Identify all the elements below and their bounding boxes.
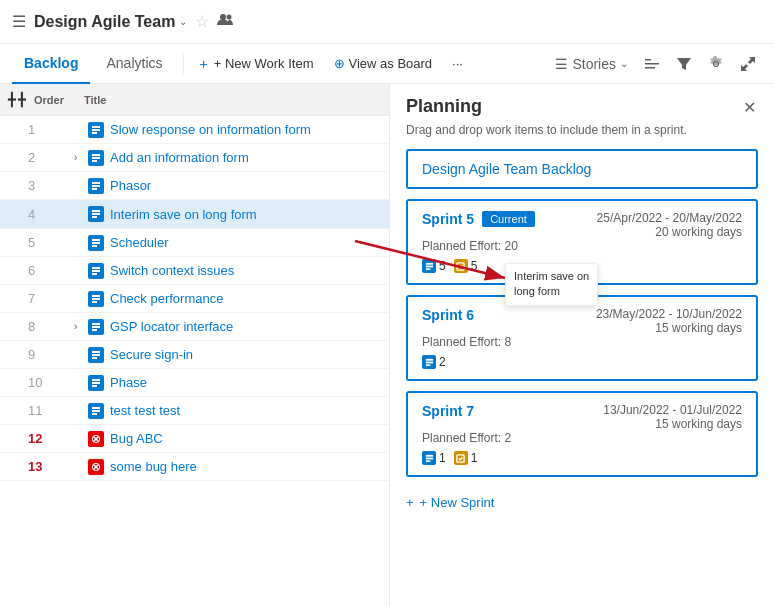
- planning-subtitle: Drag and drop work items to include them…: [406, 123, 758, 137]
- row-number: 3: [24, 178, 74, 193]
- expand-icon: [740, 56, 756, 72]
- new-work-item-button[interactable]: + + New Work Item: [192, 52, 322, 76]
- row-expand-icon[interactable]: ›: [74, 152, 86, 163]
- favorite-icon[interactable]: ☆: [195, 12, 209, 31]
- sprint-cards-container: Sprint 5 Current 25/Apr/2022 - 20/May/20…: [406, 199, 758, 477]
- svg-rect-21: [92, 270, 100, 272]
- row-title[interactable]: Phase: [110, 375, 381, 390]
- row-title[interactable]: Secure sign-in: [110, 347, 381, 362]
- svg-rect-19: [92, 245, 97, 247]
- tab-analytics[interactable]: Analytics: [94, 44, 174, 84]
- filter-icon: [676, 56, 692, 72]
- story-icon: [88, 263, 104, 279]
- story-icon: [88, 178, 104, 194]
- svg-rect-23: [92, 295, 100, 297]
- svg-rect-31: [92, 357, 97, 359]
- sprint-name[interactable]: Sprint 6: [422, 307, 474, 323]
- table-row: + 2 › Add an information form: [0, 144, 389, 172]
- sprint-dates: 23/May/2022 - 10/Jun/2022: [596, 307, 742, 321]
- remove-col-icon[interactable]: ╋: [18, 92, 26, 107]
- sprint-card-header: Sprint 6 23/May/2022 - 10/Jun/2022 15 wo…: [422, 307, 742, 335]
- board-icon: ⊕: [334, 56, 345, 71]
- task-icon: [454, 259, 468, 273]
- table-row: + 10 Phase: [0, 369, 389, 397]
- stories-dropdown[interactable]: ☰ Stories ⌄: [549, 52, 634, 76]
- story-icon: [422, 451, 436, 465]
- sprint-card-sprint7[interactable]: Sprint 7 13/Jun/2022 - 01/Jul/2022 15 wo…: [406, 391, 758, 477]
- row-expand-icon[interactable]: ›: [74, 321, 86, 332]
- team-members-icon[interactable]: [217, 12, 233, 32]
- row-number: 13: [24, 459, 74, 474]
- filter-button[interactable]: [670, 52, 698, 76]
- row-title[interactable]: some bug here: [110, 459, 381, 474]
- sprint-card-header: Sprint 7 13/Jun/2022 - 01/Jul/2022 15 wo…: [422, 403, 742, 431]
- row-title[interactable]: Phasor: [110, 178, 381, 193]
- row-title[interactable]: Check performance: [110, 291, 381, 306]
- main-content: ╋ ╋ Order Title + 1 Slow response on inf…: [0, 84, 774, 606]
- view-as-board-button[interactable]: ⊕ View as Board: [326, 52, 441, 75]
- sprint-name-area: Sprint 5 Current: [422, 211, 535, 227]
- backlog-planning-card[interactable]: Design Agile Team Backlog: [406, 149, 758, 189]
- svg-rect-9: [92, 157, 100, 159]
- svg-rect-6: [92, 129, 100, 131]
- row-number: 11: [24, 403, 74, 418]
- new-sprint-button[interactable]: + + New Sprint: [406, 487, 758, 518]
- svg-rect-10: [92, 160, 97, 162]
- sprint-dates: 13/Jun/2022 - 01/Jul/2022: [603, 403, 742, 417]
- sprint-card-sprint5[interactable]: Sprint 5 Current 25/Apr/2022 - 20/May/20…: [406, 199, 758, 285]
- row-title[interactable]: Switch context issues: [110, 263, 381, 278]
- sprint-name-area: Sprint 6: [422, 307, 474, 323]
- svg-rect-25: [92, 301, 97, 303]
- add-col-icon[interactable]: ╋: [8, 92, 16, 107]
- sprint-effort: Planned Effort: 2: [422, 431, 742, 445]
- svg-rect-51: [425, 460, 430, 462]
- row-number: 6: [24, 263, 74, 278]
- svg-rect-46: [425, 358, 432, 360]
- plus-icon: +: [200, 56, 208, 72]
- story-icon: [88, 235, 104, 251]
- planning-header: Planning ✕: [406, 96, 758, 119]
- group-by-button[interactable]: [638, 52, 666, 76]
- app-header: ☰ Design Agile Team ⌄ ☆: [0, 0, 774, 44]
- row-title[interactable]: Slow response on information form: [110, 122, 381, 137]
- settings-button[interactable]: [702, 52, 730, 76]
- sprint-working-days: 20 working days: [597, 225, 742, 239]
- svg-rect-22: [92, 273, 97, 275]
- svg-rect-37: [92, 413, 97, 415]
- table-row: + 12 Bug ABC: [0, 425, 389, 453]
- expand-button[interactable]: [734, 52, 762, 76]
- sprint-item-counts: 1 1: [422, 451, 742, 465]
- sprint-task-count: 5: [454, 259, 478, 273]
- close-planning-button[interactable]: ✕: [741, 96, 758, 119]
- story-icon: [88, 291, 104, 307]
- story-icon: [422, 355, 436, 369]
- row-title[interactable]: test test test: [110, 403, 381, 418]
- svg-rect-12: [92, 185, 100, 187]
- row-number: 9: [24, 347, 74, 362]
- svg-rect-13: [92, 188, 97, 190]
- group-icon: [644, 56, 660, 72]
- list-icon: ☰: [555, 56, 568, 72]
- svg-rect-30: [92, 354, 100, 356]
- sprint-dates: 25/Apr/2022 - 20/May/2022: [597, 211, 742, 225]
- svg-rect-8: [92, 154, 100, 156]
- svg-rect-28: [92, 329, 97, 331]
- row-title[interactable]: Interim save on long form: [110, 207, 360, 222]
- svg-rect-44: [425, 268, 430, 270]
- sprint-card-sprint6[interactable]: Sprint 6 23/May/2022 - 10/Jun/2022 15 wo…: [406, 295, 758, 381]
- tab-backlog[interactable]: Backlog: [12, 44, 90, 84]
- more-options-button[interactable]: ···: [444, 52, 471, 75]
- row-number: 1: [24, 122, 74, 137]
- sprint-name[interactable]: Sprint 5: [422, 211, 474, 227]
- row-title[interactable]: Scheduler: [110, 235, 381, 250]
- title-chevron-icon[interactable]: ⌄: [179, 16, 187, 27]
- svg-rect-36: [92, 410, 100, 412]
- sprint-story-count: 1: [422, 451, 446, 465]
- sprint-name[interactable]: Sprint 7: [422, 403, 474, 419]
- row-title[interactable]: GSP locator interface: [110, 319, 381, 334]
- row-title[interactable]: Add an information form: [110, 150, 381, 165]
- row-title[interactable]: Bug ABC: [110, 431, 381, 446]
- svg-rect-18: [92, 242, 100, 244]
- bug-icon: [88, 431, 104, 447]
- backlog-column-headers: ╋ ╋ Order Title: [0, 84, 389, 116]
